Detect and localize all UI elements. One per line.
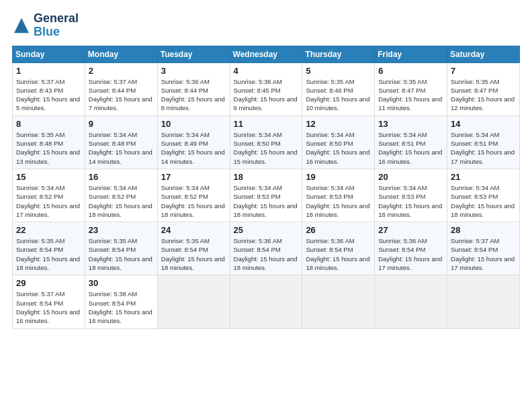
calendar-day-cell: 1 Sunrise: 5:37 AM Sunset: 8:43 PM Dayli… [13,62,85,116]
calendar-day-cell: 24 Sunrise: 5:35 AM Sunset: 8:54 PM Dayl… [157,222,230,275]
day-info: Sunrise: 5:37 AM Sunset: 8:54 PM Dayligh… [451,236,516,272]
day-info: Sunrise: 5:36 AM Sunset: 8:54 PM Dayligh… [378,236,443,272]
day-info: Sunrise: 5:34 AM Sunset: 8:53 PM Dayligh… [378,183,443,219]
calendar-day-cell: 8 Sunrise: 5:35 AM Sunset: 8:48 PM Dayli… [13,116,85,169]
calendar-day-cell: 19 Sunrise: 5:34 AM Sunset: 8:53 PM Dayl… [302,169,375,222]
day-number: 16 [89,172,154,182]
calendar-day-cell: 12 Sunrise: 5:34 AM Sunset: 8:50 PM Dayl… [302,116,375,169]
calendar-day-cell: 11 Sunrise: 5:34 AM Sunset: 8:50 PM Dayl… [230,116,302,169]
day-number: 27 [378,225,443,235]
calendar-day-cell [302,275,375,328]
day-info: Sunrise: 5:38 AM Sunset: 8:54 PM Dayligh… [89,289,154,325]
day-number: 24 [161,225,226,235]
day-number: 30 [89,278,154,288]
day-number: 6 [378,66,443,76]
calendar-day-cell: 4 Sunrise: 5:36 AM Sunset: 8:45 PM Dayli… [230,62,302,116]
weekday-header: Wednesday [230,46,302,62]
day-number: 20 [378,172,443,182]
day-info: Sunrise: 5:34 AM Sunset: 8:48 PM Dayligh… [89,130,154,166]
calendar-day-cell: 23 Sunrise: 5:35 AM Sunset: 8:54 PM Dayl… [85,222,157,275]
day-number: 21 [451,172,516,182]
page: General Blue SundayMondayTuesdayWednesda… [0,0,532,411]
day-number: 17 [161,172,226,182]
svg-marker-1 [15,19,28,32]
day-number: 12 [306,119,371,129]
day-number: 1 [16,66,81,76]
calendar-week-row: 15 Sunrise: 5:34 AM Sunset: 8:52 PM Dayl… [13,169,520,222]
calendar-day-cell: 25 Sunrise: 5:36 AM Sunset: 8:54 PM Dayl… [230,222,302,275]
day-number: 8 [16,119,81,129]
day-number: 22 [16,225,81,235]
day-number: 9 [89,119,154,129]
calendar-week-row: 1 Sunrise: 5:37 AM Sunset: 8:43 PM Dayli… [13,62,520,116]
day-info: Sunrise: 5:35 AM Sunset: 8:46 PM Dayligh… [306,77,371,113]
weekday-header: Tuesday [157,46,230,62]
calendar-day-cell: 10 Sunrise: 5:34 AM Sunset: 8:49 PM Dayl… [157,116,230,169]
day-number: 2 [89,66,154,76]
calendar-day-cell: 21 Sunrise: 5:34 AM Sunset: 8:53 PM Dayl… [447,169,520,222]
day-number: 13 [378,119,443,129]
day-info: Sunrise: 5:37 AM Sunset: 8:54 PM Dayligh… [16,289,81,325]
day-number: 5 [306,66,371,76]
calendar-header-row: SundayMondayTuesdayWednesdayThursdayFrid… [13,46,520,62]
calendar-day-cell [375,275,447,328]
day-number: 26 [306,225,371,235]
calendar-day-cell [447,275,520,328]
calendar-day-cell: 6 Sunrise: 5:35 AM Sunset: 8:47 PM Dayli… [375,62,447,116]
calendar-day-cell: 7 Sunrise: 5:35 AM Sunset: 8:47 PM Dayli… [447,62,520,116]
day-number: 25 [234,225,299,235]
calendar-day-cell [230,275,302,328]
day-info: Sunrise: 5:34 AM Sunset: 8:50 PM Dayligh… [306,130,371,166]
day-number: 14 [451,119,516,129]
calendar-day-cell: 17 Sunrise: 5:34 AM Sunset: 8:52 PM Dayl… [157,169,230,222]
calendar-day-cell: 26 Sunrise: 5:36 AM Sunset: 8:54 PM Dayl… [302,222,375,275]
day-info: Sunrise: 5:34 AM Sunset: 8:50 PM Dayligh… [234,130,299,166]
day-info: Sunrise: 5:34 AM Sunset: 8:53 PM Dayligh… [234,183,299,219]
day-info: Sunrise: 5:34 AM Sunset: 8:51 PM Dayligh… [378,130,443,166]
day-number: 23 [89,225,154,235]
calendar-day-cell: 3 Sunrise: 5:36 AM Sunset: 8:44 PM Dayli… [157,62,230,116]
day-number: 15 [16,172,81,182]
day-info: Sunrise: 5:34 AM Sunset: 8:53 PM Dayligh… [306,183,371,219]
calendar-day-cell: 15 Sunrise: 5:34 AM Sunset: 8:52 PM Dayl… [13,169,85,222]
weekday-header: Friday [375,46,447,62]
weekday-header: Thursday [302,46,375,62]
day-info: Sunrise: 5:36 AM Sunset: 8:54 PM Dayligh… [234,236,299,272]
calendar-day-cell: 30 Sunrise: 5:38 AM Sunset: 8:54 PM Dayl… [85,275,157,328]
day-info: Sunrise: 5:35 AM Sunset: 8:54 PM Dayligh… [161,236,226,272]
day-info: Sunrise: 5:34 AM Sunset: 8:52 PM Dayligh… [89,183,154,219]
calendar-day-cell: 18 Sunrise: 5:34 AM Sunset: 8:53 PM Dayl… [230,169,302,222]
calendar-day-cell: 2 Sunrise: 5:37 AM Sunset: 8:44 PM Dayli… [85,62,157,116]
day-info: Sunrise: 5:36 AM Sunset: 8:44 PM Dayligh… [161,77,226,113]
day-number: 4 [234,66,299,76]
day-number: 11 [234,119,299,129]
logo: General Blue [12,12,79,39]
day-number: 29 [16,278,81,288]
calendar-day-cell: 27 Sunrise: 5:36 AM Sunset: 8:54 PM Dayl… [375,222,447,275]
calendar-day-cell: 20 Sunrise: 5:34 AM Sunset: 8:53 PM Dayl… [375,169,447,222]
calendar-day-cell: 5 Sunrise: 5:35 AM Sunset: 8:46 PM Dayli… [302,62,375,116]
day-info: Sunrise: 5:35 AM Sunset: 8:47 PM Dayligh… [378,77,443,113]
day-number: 3 [161,66,226,76]
day-info: Sunrise: 5:36 AM Sunset: 8:54 PM Dayligh… [306,236,371,272]
calendar-week-row: 8 Sunrise: 5:35 AM Sunset: 8:48 PM Dayli… [13,116,520,169]
calendar-day-cell: 16 Sunrise: 5:34 AM Sunset: 8:52 PM Dayl… [85,169,157,222]
calendar-day-cell: 13 Sunrise: 5:34 AM Sunset: 8:51 PM Dayl… [375,116,447,169]
day-info: Sunrise: 5:34 AM Sunset: 8:52 PM Dayligh… [16,183,81,219]
weekday-header: Saturday [447,46,520,62]
day-number: 7 [451,66,516,76]
weekday-header: Sunday [13,46,85,62]
day-info: Sunrise: 5:35 AM Sunset: 8:54 PM Dayligh… [89,236,154,272]
calendar-day-cell: 14 Sunrise: 5:34 AM Sunset: 8:51 PM Dayl… [447,116,520,169]
calendar-day-cell: 9 Sunrise: 5:34 AM Sunset: 8:48 PM Dayli… [85,116,157,169]
header: General Blue [12,12,520,39]
logo-text: General Blue [34,12,79,39]
day-info: Sunrise: 5:34 AM Sunset: 8:51 PM Dayligh… [451,130,516,166]
day-number: 10 [161,119,226,129]
day-info: Sunrise: 5:34 AM Sunset: 8:52 PM Dayligh… [161,183,226,219]
day-info: Sunrise: 5:35 AM Sunset: 8:48 PM Dayligh… [16,130,81,166]
day-info: Sunrise: 5:37 AM Sunset: 8:43 PM Dayligh… [16,77,81,113]
day-info: Sunrise: 5:35 AM Sunset: 8:47 PM Dayligh… [451,77,516,113]
logo-icon [12,16,31,35]
calendar-table: SundayMondayTuesdayWednesdayThursdayFrid… [12,46,520,329]
